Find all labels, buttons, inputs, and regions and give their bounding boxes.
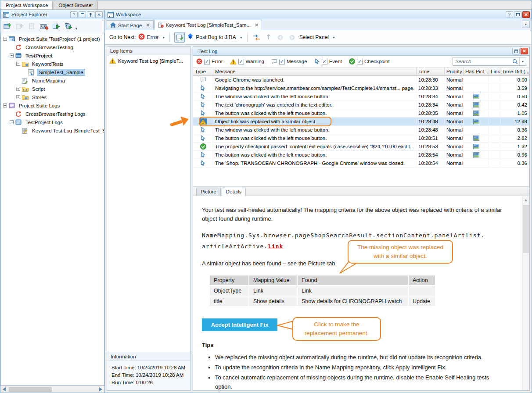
tab-object-browser[interactable]: Object Browser (54, 1, 98, 9)
event-icon (200, 102, 206, 108)
column-header-priority[interactable]: Priority (445, 68, 464, 75)
log-row-has-picture (464, 126, 489, 134)
tree-item-project-suite-logs[interactable]: −Project Suite Logs (1, 101, 104, 110)
stores-icon (22, 94, 29, 100)
tree-item-simpletest-sample[interactable]: SimpleTest_Sample (1, 68, 104, 76)
tab-picture[interactable]: Picture (196, 188, 221, 196)
filter-checkbox-event[interactable]: ✓ (322, 59, 327, 64)
close-tab-icon[interactable]: ✕ (255, 22, 259, 28)
filter-checkbox-error[interactable]: ✓ (204, 59, 210, 64)
record-keyword-test-icon[interactable] (39, 21, 50, 32)
workspace-header: Workspace ? ✕ (105, 10, 532, 19)
scroll-up-icon[interactable]: ▲ (522, 196, 529, 204)
add-file-icon[interactable] (26, 21, 37, 32)
scroll-left-icon[interactable] (0, 386, 8, 393)
maximize-button[interactable] (79, 11, 86, 18)
log-item-keyword-test-log-simplet[interactable]: Keyword Test Log [SimpleT... (107, 57, 191, 64)
select-panel-dropdown[interactable]: Select Panel ▼ (299, 34, 335, 40)
add-project-suite-icon[interactable] (2, 21, 13, 32)
scroll-right-icon[interactable] (97, 386, 104, 393)
tree-item-namemapping[interactable]: NameMapping (1, 76, 104, 85)
filter-checkbox-warning[interactable]: ✓ (238, 59, 244, 64)
run-project-suite-icon[interactable] (63, 21, 74, 32)
workspace-close-button[interactable]: ✕ (522, 11, 530, 18)
log-row[interactable]: The button was clicked with the left mou… (193, 109, 529, 118)
tree-expander-icon[interactable]: + (16, 95, 20, 99)
log-view-toggle-button[interactable] (174, 32, 185, 43)
workspace-maximize-button[interactable] (514, 11, 521, 18)
tree-item-testproject-logs[interactable]: −TestProject Logs (1, 118, 104, 126)
log-row[interactable]: Navigating to the http://services.smartb… (193, 84, 529, 93)
tree-expander-icon[interactable]: − (3, 37, 7, 41)
tree-expander-icon[interactable]: − (10, 120, 14, 124)
pin-button[interactable] (87, 11, 94, 18)
workspace-help-button[interactable]: ? (506, 11, 513, 18)
mapping-path-link[interactable]: link (268, 243, 283, 250)
tab-keyword-test-log[interactable]: Keyword Test Log [SimpleTest_Sam... ✕ (155, 20, 262, 30)
tree-item-testproject[interactable]: −TestProject (1, 51, 104, 60)
tree-item-script[interactable]: +Script (1, 85, 104, 93)
vscroll-thumb[interactable] (523, 205, 529, 253)
tree-expander-icon[interactable]: − (16, 62, 20, 66)
log-row[interactable]: The window was clicked with the left mou… (193, 93, 529, 101)
tree-expander-icon[interactable]: + (16, 87, 20, 91)
log-row[interactable]: The window was clicked with the left mou… (193, 126, 529, 134)
search-options-dropdown[interactable]: ▼ (520, 60, 526, 63)
forward-icon[interactable] (288, 32, 297, 42)
tree-item-keywordtests[interactable]: −KeywordTests (1, 60, 104, 68)
help-button[interactable]: ? (70, 11, 78, 18)
tree-item-label: Script (31, 86, 46, 92)
comparison-cell (408, 286, 435, 296)
close-panel-button[interactable]: ✕ (95, 11, 103, 18)
log-row[interactable]: The button was clicked with the left mou… (193, 134, 529, 143)
tree-expander-icon[interactable]: − (3, 104, 7, 107)
log-row[interactable]: The text 'chronograph' was entered in th… (193, 101, 529, 109)
compare-runs-icon[interactable] (252, 32, 262, 42)
log-row[interactable]: The 'Shop. TRANSOCEAN CHRONOGRAPH - Goog… (193, 159, 529, 168)
log-row-priority: Normal (445, 76, 464, 84)
column-header-type[interactable]: Type (193, 68, 213, 75)
error-icon (138, 33, 145, 41)
tree-item-stores[interactable]: +Stores (1, 93, 104, 101)
tab-start-page[interactable]: Start Page ✕ (107, 20, 154, 30)
log-row-time: 10:28:48 (417, 118, 445, 125)
toolbar-overflow-chevron-icon[interactable]: ▼ (75, 27, 78, 31)
tree-item-project-suite-testproject-1-project[interactable]: −Project Suite 'TestProject' (1 project) (1, 35, 104, 43)
back-icon[interactable] (276, 32, 285, 42)
log-row[interactable]: Google Chrome was launched.10:28:30Norma… (193, 76, 529, 84)
add-project-item-icon[interactable] (14, 21, 25, 32)
filter-checkbox-checkpoint[interactable]: ✓ (357, 59, 363, 64)
tree-expander-icon[interactable]: − (10, 54, 14, 57)
accept-intelligent-fix-button[interactable]: Accept Intelligent Fix (202, 318, 277, 331)
tree-item-keyword-test-log-simpletest-s[interactable]: Keyword Test Log [SimpleTest_S (1, 126, 104, 135)
column-header-message[interactable]: Message (213, 68, 417, 75)
up-one-level-icon[interactable] (264, 32, 273, 42)
column-header-link[interactable]: Link (489, 68, 500, 75)
column-header-has-pict[interactable]: Has Pict... (464, 68, 489, 75)
test-log-close-button[interactable]: ✕ (521, 48, 528, 54)
project-explorer-header: Project Explorer ? ✕ (0, 10, 104, 19)
run-project-icon[interactable] (51, 21, 62, 32)
hscroll-track[interactable] (8, 386, 97, 393)
log-row[interactable]: The property checkpoint passed: contentT… (193, 143, 529, 151)
tree-item-crossbrowsertesting-logs[interactable]: CrossBrowserTesting Logs (1, 110, 104, 118)
tree-item-crossbrowsertesting[interactable]: CrossBrowserTesting (1, 43, 104, 51)
log-row-type (193, 84, 213, 92)
column-header-time-diff[interactable]: Time Diff (... (500, 68, 529, 75)
test-log-maximize-button[interactable] (512, 48, 520, 54)
tab-project-workspace[interactable]: Project Workspace (1, 1, 53, 9)
search-icon[interactable] (511, 59, 519, 64)
tab-details[interactable]: Details (222, 188, 246, 196)
tab-list-dropdown[interactable]: ▼ (522, 21, 530, 28)
filter-checkbox-message[interactable]: ✓ (279, 59, 285, 64)
hscroll-thumb[interactable] (9, 387, 52, 392)
column-header-time[interactable]: Time (417, 68, 445, 75)
post-bug-to-jira-dropdown[interactable]: Post Bug to JIRA ▼ (187, 33, 242, 41)
go-to-next-error-dropdown[interactable]: Error ▼ (138, 33, 165, 41)
close-tab-icon[interactable]: ✕ (146, 22, 150, 28)
log-row[interactable]: The button was clicked with the left mou… (193, 151, 529, 159)
project-explorer-icon (3, 12, 9, 18)
log-row[interactable]: Object link was replaced with a similar … (193, 118, 529, 126)
warning-icon (109, 58, 116, 64)
search-input[interactable] (453, 59, 511, 64)
